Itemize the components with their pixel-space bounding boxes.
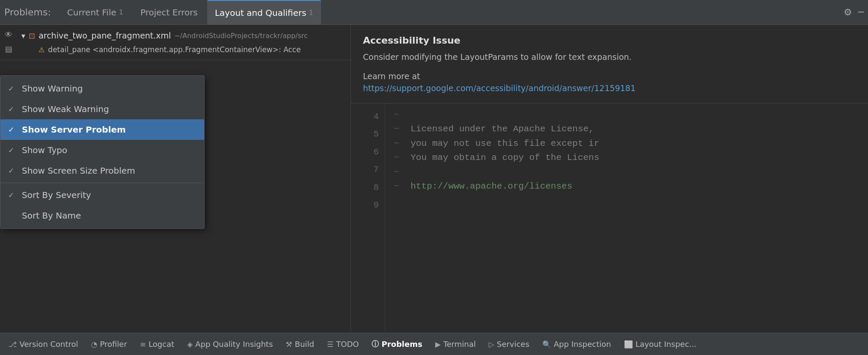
dropdown-divider (0, 183, 204, 183)
main-content: 👁 ▤ ▾ ⊡ archive_two_pane_fragment.xml ~/… (0, 25, 868, 333)
issue-panel: Accessibility Issue Consider modifying t… (351, 25, 868, 104)
code-content: ~ ~ Licensed under the Apache License, ~… (385, 104, 868, 333)
code-area: 4 5 6 7 8 9 ~ ~ Licensed under the Apach… (351, 104, 868, 333)
profiler-icon: ◔ (91, 340, 98, 349)
dropdown-item-show-weak-warning[interactable]: ✓ Show Weak Warning (0, 99, 204, 119)
warning-icon: ⚠ (39, 46, 45, 54)
layout-icon[interactable]: ▤ (2, 43, 15, 55)
check-icon-server-problem: ✓ (8, 125, 18, 134)
bottom-bar: ⎇ Version Control ◔ Profiler ≡ Logcat ◈ … (0, 333, 868, 355)
check-icon-screen-size: ✓ (8, 166, 18, 175)
warning-row[interactable]: ⚠ detail_pane <androidx.fragment.app.Fra… (17, 43, 351, 56)
file-tree: ▾ ⊡ archive_two_pane_fragment.xml ~/Andr… (0, 25, 351, 60)
warning-text: detail_pane <androidx.fragment.app.Fragm… (48, 45, 300, 54)
dropdown-item-show-warning[interactable]: ✓ Show Warning (0, 78, 204, 99)
issue-description: Consider modifying the LayoutParams to a… (363, 51, 856, 63)
tab-project-errors[interactable]: Project Errors (133, 0, 205, 24)
minimize-icon[interactable]: ─ (858, 7, 864, 18)
problems-icon: ⓘ (372, 339, 379, 349)
xml-file-icon: ⊡ (29, 31, 35, 40)
tab-bar-actions: ⚙ ─ (844, 7, 864, 18)
check-icon-warning: ✓ (8, 84, 18, 93)
code-line-8: ~ (394, 165, 859, 180)
file-name: archive_two_pane_fragment.xml (39, 31, 171, 40)
issue-learn-more: Learn more at https://support.google.com… (363, 70, 856, 95)
code-line-7: ~ You may obtain a copy of the Licens (394, 151, 859, 165)
line-numbers: 4 5 6 7 8 9 (351, 104, 385, 333)
collapse-icon: ▾ (21, 31, 25, 40)
version-control-icon: ⎇ (9, 340, 17, 349)
line-num-5: 5 (351, 125, 385, 143)
tab-current-file[interactable]: Current File 1 (59, 0, 131, 24)
app-inspection-icon: 🔍 (542, 340, 551, 349)
bottom-item-app-quality[interactable]: ◈ App Quality Insights (181, 338, 279, 350)
app-quality-icon: ◈ (187, 340, 193, 349)
todo-icon: ☰ (327, 340, 333, 349)
tab-layout-qualifiers[interactable]: Layout and Qualifiers 1 (207, 0, 321, 24)
line-num-8: 8 (351, 179, 385, 197)
issue-title: Accessibility Issue (363, 35, 856, 46)
settings-icon[interactable]: ⚙ (844, 7, 852, 18)
bottom-item-todo[interactable]: ☰ TODO (321, 338, 365, 350)
dropdown-menu: ✓ Show Warning ✓ Show Weak Warning ✓ Sho… (0, 75, 205, 229)
bottom-item-build[interactable]: ⚒ Build (280, 338, 320, 350)
line-num-6: 6 (351, 143, 385, 161)
line-num-4: 4 (351, 108, 385, 126)
problems-label: Problems: (4, 7, 51, 18)
bottom-item-services[interactable]: ▷ Services (483, 338, 535, 350)
dropdown-item-show-server-problem[interactable]: ✓ Show Server Problem (0, 119, 204, 140)
check-icon-weak-warning: ✓ (8, 105, 18, 113)
check-icon-sort-severity: ✓ (8, 191, 18, 199)
dropdown-item-sort-by-severity[interactable]: ✓ Sort By Severity (0, 185, 204, 205)
bottom-item-layout-inspector[interactable]: ⬜ Layout Inspec... (618, 338, 703, 350)
file-path: ~/AndroidStudioProjects/trackr/app/src (174, 32, 308, 40)
logcat-icon: ≡ (140, 340, 146, 349)
layout-inspector-icon: ⬜ (624, 340, 633, 349)
line-num-7: 7 (351, 161, 385, 179)
file-row[interactable]: ▾ ⊡ archive_two_pane_fragment.xml ~/Andr… (17, 28, 351, 43)
issue-link[interactable]: https://support.google.com/accessibility… (363, 83, 636, 93)
bottom-item-problems[interactable]: ⓘ Problems (366, 337, 428, 351)
dropdown-item-show-screen-size[interactable]: ✓ Show Screen Size Problem (0, 160, 204, 181)
bottom-item-terminal[interactable]: ▶ Terminal (429, 338, 482, 350)
services-icon: ▷ (489, 340, 494, 349)
tab-bar: Problems: Current File 1 Project Errors … (0, 0, 868, 25)
right-panel: Accessibility Issue Consider modifying t… (351, 25, 868, 333)
code-line-6: ~ you may not use this file except ir (394, 136, 859, 151)
bottom-item-version-control[interactable]: ⎇ Version Control (3, 338, 84, 350)
bottom-item-profiler[interactable]: ◔ Profiler (85, 338, 133, 350)
dropdown-item-show-typo[interactable]: ✓ Show Typo (0, 140, 204, 160)
bottom-item-app-inspection[interactable]: 🔍 App Inspection (536, 338, 617, 350)
check-icon-typo: ✓ (8, 146, 18, 154)
dropdown-item-sort-by-name[interactable]: Sort By Name (0, 205, 204, 226)
left-toolbar: 👁 ▤ (0, 25, 17, 58)
code-line-4: ~ (394, 108, 859, 122)
build-icon: ⚒ (286, 340, 292, 349)
left-panel: 👁 ▤ ▾ ⊡ archive_two_pane_fragment.xml ~/… (0, 25, 351, 333)
eye-icon[interactable]: 👁 (2, 28, 15, 40)
code-line-5: ~ Licensed under the Apache License, (394, 122, 859, 136)
code-line-9: ~ http://www.apache.org/licenses (394, 179, 859, 194)
line-num-9: 9 (351, 196, 385, 214)
terminal-icon: ▶ (435, 340, 441, 349)
bottom-item-logcat[interactable]: ≡ Logcat (134, 338, 180, 350)
